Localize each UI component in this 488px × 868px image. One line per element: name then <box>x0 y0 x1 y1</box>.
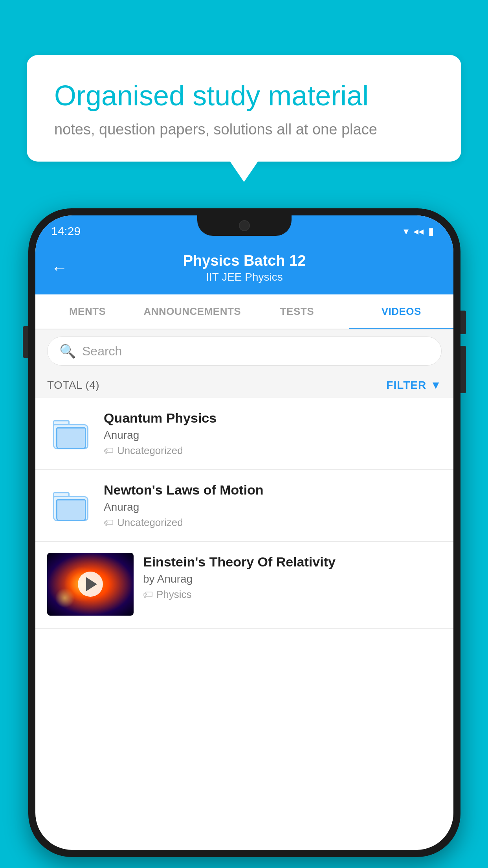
side-button-left <box>23 326 28 358</box>
speech-bubble-container: Organised study material notes, question… <box>27 55 461 162</box>
video-author-2: Anurag <box>104 501 442 513</box>
tag-icon-2: 🏷 <box>104 517 114 529</box>
filter-button[interactable]: FILTER ▼ <box>386 379 442 392</box>
video-by-3: by Anurag <box>143 573 442 585</box>
status-icons: ▾ ◂◂ ▮ <box>404 225 434 237</box>
header-subtitle: IIT JEE Physics <box>79 271 409 283</box>
phone-notch <box>197 215 292 236</box>
video-title-3: Einstein's Theory Of Relativity <box>143 554 442 570</box>
status-time: 14:29 <box>51 224 81 238</box>
speech-bubble-title: Organised study material <box>54 79 434 112</box>
search-icon: 🔍 <box>59 343 76 359</box>
video-list: Quantum Physics Anurag 🏷 Uncategorized <box>35 398 453 629</box>
search-input-placeholder[interactable]: Search <box>82 344 122 359</box>
folder-thumbnail-2 <box>47 484 94 527</box>
background: Organised study material notes, question… <box>0 0 488 868</box>
video-info-1: Quantum Physics Anurag 🏷 Uncategorized <box>104 410 442 457</box>
search-container: 🔍 Search <box>35 329 453 373</box>
tag-icon-1: 🏷 <box>104 445 114 457</box>
play-triangle-icon <box>86 577 97 591</box>
battery-icon: ▮ <box>428 225 434 237</box>
tabs-bar: MENTS ANNOUNCEMENTS TESTS VIDEOS <box>35 294 453 329</box>
thumbnail-planet <box>55 588 75 608</box>
video-thumbnail-3 <box>47 553 134 616</box>
app-header: ← Physics Batch 12 IIT JEE Physics <box>35 243 453 294</box>
phone-wrapper: 14:29 ▾ ◂◂ ▮ ← Physics Batch 12 IIT JEE … <box>28 208 460 857</box>
tab-announcements[interactable]: ANNOUNCEMENTS <box>139 294 245 329</box>
video-category-2: 🏷 Uncategorized <box>104 517 442 529</box>
video-title-1: Quantum Physics <box>104 410 442 426</box>
folder-icon-1 <box>53 418 88 449</box>
speech-bubble: Organised study material notes, question… <box>27 55 461 162</box>
header-title: Physics Batch 12 <box>79 252 409 269</box>
total-count: TOTAL (4) <box>47 379 99 392</box>
header-center: Physics Batch 12 IIT JEE Physics <box>79 252 409 283</box>
phone-camera <box>239 220 250 231</box>
side-button-right-top <box>460 311 466 334</box>
phone-screen: 14:29 ▾ ◂◂ ▮ ← Physics Batch 12 IIT JEE … <box>35 215 453 850</box>
video-info-2: Newton's Laws of Motion Anurag 🏷 Uncateg… <box>104 482 442 529</box>
phone-outer: 14:29 ▾ ◂◂ ▮ ← Physics Batch 12 IIT JEE … <box>28 208 460 857</box>
tab-ments[interactable]: MENTS <box>35 294 139 329</box>
video-info-3: Einstein's Theory Of Relativity by Anura… <box>143 553 442 601</box>
video-author-1: Anurag <box>104 429 442 441</box>
video-category-3: 🏷 Physics <box>143 588 442 601</box>
video-title-2: Newton's Laws of Motion <box>104 482 442 498</box>
back-button[interactable]: ← <box>51 259 68 278</box>
filter-label: FILTER <box>386 379 426 392</box>
signal-icon: ◂◂ <box>413 225 424 237</box>
tag-icon-3: 🏷 <box>143 588 153 601</box>
list-item[interactable]: Einstein's Theory Of Relativity by Anura… <box>35 542 453 629</box>
tab-tests[interactable]: TESTS <box>245 294 349 329</box>
search-bar[interactable]: 🔍 Search <box>47 337 442 366</box>
folder-thumbnail-1 <box>47 412 94 455</box>
wifi-icon: ▾ <box>404 225 409 237</box>
side-button-right-bottom <box>460 346 466 393</box>
play-button-overlay[interactable] <box>78 572 103 597</box>
speech-bubble-subtitle: notes, question papers, solutions all at… <box>54 121 434 138</box>
folder-icon-2 <box>53 490 88 521</box>
list-item[interactable]: Newton's Laws of Motion Anurag 🏷 Uncateg… <box>35 470 453 542</box>
filter-funnel-icon: ▼ <box>430 379 442 392</box>
video-category-1: 🏷 Uncategorized <box>104 445 442 457</box>
filter-row: TOTAL (4) FILTER ▼ <box>35 373 453 398</box>
list-item[interactable]: Quantum Physics Anurag 🏷 Uncategorized <box>35 398 453 470</box>
tab-videos[interactable]: VIDEOS <box>349 294 453 329</box>
